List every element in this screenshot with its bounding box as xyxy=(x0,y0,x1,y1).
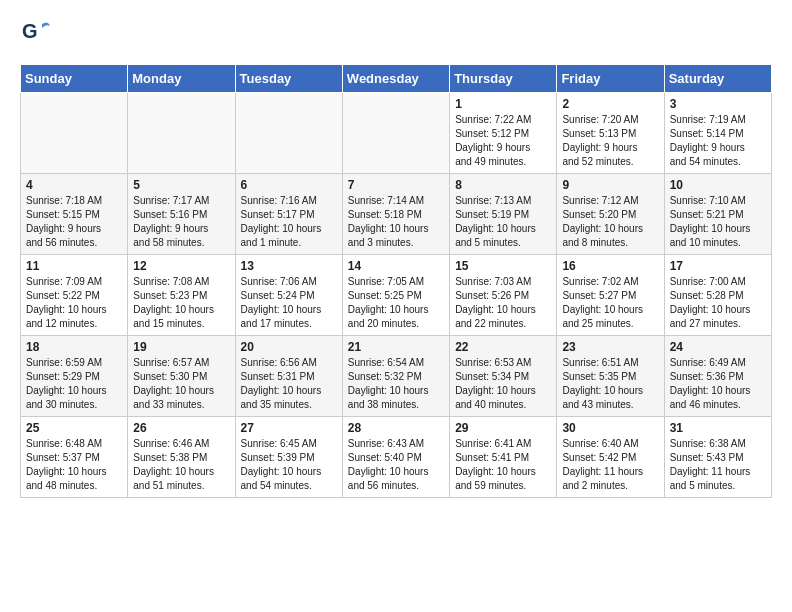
calendar-cell: 4Sunrise: 7:18 AM Sunset: 5:15 PM Daylig… xyxy=(21,174,128,255)
day-info: Sunrise: 6:57 AM Sunset: 5:30 PM Dayligh… xyxy=(133,356,229,412)
day-info: Sunrise: 6:59 AM Sunset: 5:29 PM Dayligh… xyxy=(26,356,122,412)
day-number: 13 xyxy=(241,259,337,273)
day-number: 4 xyxy=(26,178,122,192)
day-info: Sunrise: 6:38 AM Sunset: 5:43 PM Dayligh… xyxy=(670,437,766,493)
day-info: Sunrise: 7:06 AM Sunset: 5:24 PM Dayligh… xyxy=(241,275,337,331)
day-info: Sunrise: 6:40 AM Sunset: 5:42 PM Dayligh… xyxy=(562,437,658,493)
day-info: Sunrise: 7:19 AM Sunset: 5:14 PM Dayligh… xyxy=(670,113,766,169)
calendar-cell: 18Sunrise: 6:59 AM Sunset: 5:29 PM Dayli… xyxy=(21,336,128,417)
day-number: 9 xyxy=(562,178,658,192)
calendar-cell: 7Sunrise: 7:14 AM Sunset: 5:18 PM Daylig… xyxy=(342,174,449,255)
calendar-cell: 12Sunrise: 7:08 AM Sunset: 5:23 PM Dayli… xyxy=(128,255,235,336)
day-number: 2 xyxy=(562,97,658,111)
day-info: Sunrise: 7:20 AM Sunset: 5:13 PM Dayligh… xyxy=(562,113,658,169)
calendar-cell: 3Sunrise: 7:19 AM Sunset: 5:14 PM Daylig… xyxy=(664,93,771,174)
page-container: G SundayMondayTuesdayWednesdayThursdayFr… xyxy=(0,0,792,514)
day-number: 21 xyxy=(348,340,444,354)
page-header: G xyxy=(20,16,772,52)
calendar-week-row: 4Sunrise: 7:18 AM Sunset: 5:15 PM Daylig… xyxy=(21,174,772,255)
day-info: Sunrise: 6:45 AM Sunset: 5:39 PM Dayligh… xyxy=(241,437,337,493)
weekday-header-tuesday: Tuesday xyxy=(235,65,342,93)
calendar-cell xyxy=(235,93,342,174)
calendar-cell: 30Sunrise: 6:40 AM Sunset: 5:42 PM Dayli… xyxy=(557,417,664,498)
day-info: Sunrise: 7:16 AM Sunset: 5:17 PM Dayligh… xyxy=(241,194,337,250)
day-info: Sunrise: 6:54 AM Sunset: 5:32 PM Dayligh… xyxy=(348,356,444,412)
day-number: 17 xyxy=(670,259,766,273)
calendar-cell: 2Sunrise: 7:20 AM Sunset: 5:13 PM Daylig… xyxy=(557,93,664,174)
calendar-cell: 25Sunrise: 6:48 AM Sunset: 5:37 PM Dayli… xyxy=(21,417,128,498)
calendar-cell: 27Sunrise: 6:45 AM Sunset: 5:39 PM Dayli… xyxy=(235,417,342,498)
calendar-cell: 11Sunrise: 7:09 AM Sunset: 5:22 PM Dayli… xyxy=(21,255,128,336)
day-number: 18 xyxy=(26,340,122,354)
day-number: 23 xyxy=(562,340,658,354)
day-info: Sunrise: 7:13 AM Sunset: 5:19 PM Dayligh… xyxy=(455,194,551,250)
day-number: 3 xyxy=(670,97,766,111)
day-number: 14 xyxy=(348,259,444,273)
calendar-cell: 1Sunrise: 7:22 AM Sunset: 5:12 PM Daylig… xyxy=(450,93,557,174)
day-info: Sunrise: 7:00 AM Sunset: 5:28 PM Dayligh… xyxy=(670,275,766,331)
calendar-cell: 17Sunrise: 7:00 AM Sunset: 5:28 PM Dayli… xyxy=(664,255,771,336)
day-info: Sunrise: 7:02 AM Sunset: 5:27 PM Dayligh… xyxy=(562,275,658,331)
day-info: Sunrise: 6:41 AM Sunset: 5:41 PM Dayligh… xyxy=(455,437,551,493)
calendar-week-row: 25Sunrise: 6:48 AM Sunset: 5:37 PM Dayli… xyxy=(21,417,772,498)
day-number: 26 xyxy=(133,421,229,435)
calendar-cell: 6Sunrise: 7:16 AM Sunset: 5:17 PM Daylig… xyxy=(235,174,342,255)
weekday-header-friday: Friday xyxy=(557,65,664,93)
calendar-cell: 28Sunrise: 6:43 AM Sunset: 5:40 PM Dayli… xyxy=(342,417,449,498)
calendar-cell: 21Sunrise: 6:54 AM Sunset: 5:32 PM Dayli… xyxy=(342,336,449,417)
calendar-cell: 23Sunrise: 6:51 AM Sunset: 5:35 PM Dayli… xyxy=(557,336,664,417)
day-number: 20 xyxy=(241,340,337,354)
calendar-cell: 20Sunrise: 6:56 AM Sunset: 5:31 PM Dayli… xyxy=(235,336,342,417)
svg-text:G: G xyxy=(22,20,38,42)
day-number: 28 xyxy=(348,421,444,435)
calendar-cell: 16Sunrise: 7:02 AM Sunset: 5:27 PM Dayli… xyxy=(557,255,664,336)
day-info: Sunrise: 7:17 AM Sunset: 5:16 PM Dayligh… xyxy=(133,194,229,250)
day-number: 29 xyxy=(455,421,551,435)
calendar-cell: 19Sunrise: 6:57 AM Sunset: 5:30 PM Dayli… xyxy=(128,336,235,417)
day-number: 12 xyxy=(133,259,229,273)
day-number: 22 xyxy=(455,340,551,354)
calendar-cell: 31Sunrise: 6:38 AM Sunset: 5:43 PM Dayli… xyxy=(664,417,771,498)
day-number: 25 xyxy=(26,421,122,435)
day-number: 27 xyxy=(241,421,337,435)
day-info: Sunrise: 7:03 AM Sunset: 5:26 PM Dayligh… xyxy=(455,275,551,331)
day-info: Sunrise: 6:46 AM Sunset: 5:38 PM Dayligh… xyxy=(133,437,229,493)
day-number: 7 xyxy=(348,178,444,192)
weekday-header-monday: Monday xyxy=(128,65,235,93)
calendar-cell: 9Sunrise: 7:12 AM Sunset: 5:20 PM Daylig… xyxy=(557,174,664,255)
day-number: 16 xyxy=(562,259,658,273)
weekday-header-saturday: Saturday xyxy=(664,65,771,93)
day-info: Sunrise: 7:14 AM Sunset: 5:18 PM Dayligh… xyxy=(348,194,444,250)
calendar-week-row: 11Sunrise: 7:09 AM Sunset: 5:22 PM Dayli… xyxy=(21,255,772,336)
day-number: 24 xyxy=(670,340,766,354)
calendar-cell: 13Sunrise: 7:06 AM Sunset: 5:24 PM Dayli… xyxy=(235,255,342,336)
calendar-cell xyxy=(128,93,235,174)
calendar-cell: 26Sunrise: 6:46 AM Sunset: 5:38 PM Dayli… xyxy=(128,417,235,498)
calendar-week-row: 18Sunrise: 6:59 AM Sunset: 5:29 PM Dayli… xyxy=(21,336,772,417)
day-info: Sunrise: 7:09 AM Sunset: 5:22 PM Dayligh… xyxy=(26,275,122,331)
weekday-header-thursday: Thursday xyxy=(450,65,557,93)
day-info: Sunrise: 7:10 AM Sunset: 5:21 PM Dayligh… xyxy=(670,194,766,250)
day-number: 31 xyxy=(670,421,766,435)
calendar-cell: 15Sunrise: 7:03 AM Sunset: 5:26 PM Dayli… xyxy=(450,255,557,336)
day-info: Sunrise: 6:43 AM Sunset: 5:40 PM Dayligh… xyxy=(348,437,444,493)
calendar-cell: 10Sunrise: 7:10 AM Sunset: 5:21 PM Dayli… xyxy=(664,174,771,255)
logo-icon: G xyxy=(20,16,52,52)
day-info: Sunrise: 6:48 AM Sunset: 5:37 PM Dayligh… xyxy=(26,437,122,493)
calendar-cell xyxy=(342,93,449,174)
day-info: Sunrise: 7:12 AM Sunset: 5:20 PM Dayligh… xyxy=(562,194,658,250)
weekday-header-sunday: Sunday xyxy=(21,65,128,93)
day-number: 19 xyxy=(133,340,229,354)
day-number: 5 xyxy=(133,178,229,192)
day-info: Sunrise: 6:56 AM Sunset: 5:31 PM Dayligh… xyxy=(241,356,337,412)
day-info: Sunrise: 6:53 AM Sunset: 5:34 PM Dayligh… xyxy=(455,356,551,412)
day-number: 6 xyxy=(241,178,337,192)
day-number: 30 xyxy=(562,421,658,435)
day-number: 8 xyxy=(455,178,551,192)
day-info: Sunrise: 6:51 AM Sunset: 5:35 PM Dayligh… xyxy=(562,356,658,412)
calendar-cell: 5Sunrise: 7:17 AM Sunset: 5:16 PM Daylig… xyxy=(128,174,235,255)
weekday-header-wednesday: Wednesday xyxy=(342,65,449,93)
day-info: Sunrise: 6:49 AM Sunset: 5:36 PM Dayligh… xyxy=(670,356,766,412)
day-number: 1 xyxy=(455,97,551,111)
day-info: Sunrise: 7:05 AM Sunset: 5:25 PM Dayligh… xyxy=(348,275,444,331)
